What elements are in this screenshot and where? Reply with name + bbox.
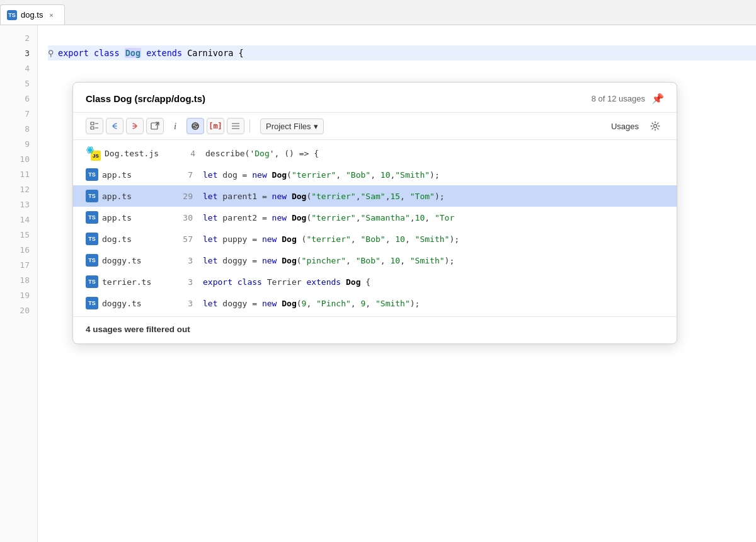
keyword-class: class [94,48,125,58]
popup-footer: 4 usages were filtered out [73,316,677,343]
ts-file-icon-2: TS [86,190,98,202]
scope-dropdown[interactable]: Project Files ▾ [260,118,324,134]
usages-count: 8 of 12 usages [592,94,645,103]
result-snippet-3: let parent2 = new Dog("terrier","Samanth… [203,213,454,222]
line-num-13: 13 [0,197,37,212]
line-num-17: 17 [0,257,37,272]
svg-rect-6 [151,123,158,129]
keyword-export: export [58,48,94,58]
ts-file-icon-6: TS [86,275,98,288]
result-row-0[interactable]: JS Dog.test.js 4 describe('Dog', () => { [73,142,677,164]
line-num-15: 15 [0,227,37,242]
result-filename-4: dog.ts [102,234,178,244]
line-num-10: 10 [0,151,37,166]
pin-icon[interactable]: 📌 [651,93,664,105]
open-in-editor-button[interactable] [146,118,164,134]
ball-icon [190,121,200,131]
svg-point-15 [89,149,91,151]
line-num-6: 6 [0,91,37,106]
result-snippet-7: let doggy = new Dog(9, "Pinch", 9, "Smit… [203,299,420,308]
chevron-down-icon: ▾ [314,122,318,131]
line-num-8: 8 [0,121,37,136]
line-num-4: 4 [0,61,37,76]
ts-icon: TS [7,10,17,20]
result-row-6[interactable]: TS terrier.ts 3 export class Terrier ext… [73,271,677,292]
result-snippet-5: let doggy = new Dog("pincher", "Bob", 10… [203,256,454,265]
tab-bar: TS dog.ts × [0,0,756,25]
result-row-1[interactable]: TS app.ts 7 let dog = new Dog("terrier",… [73,164,677,185]
line-num-16: 16 [0,242,37,257]
result-linenum-0: 4 [180,149,205,158]
line-num-18: 18 [0,272,37,287]
result-filename-5: doggy.ts [102,256,178,265]
keyword-extends: extends [141,48,187,58]
usages-label-button[interactable]: Usages [606,119,644,134]
expand-all-button[interactable] [86,118,103,134]
result-snippet-6: export class Terrier extends Dog { [203,277,370,287]
dog-ts-tab[interactable]: TS dog.ts × [0,4,65,25]
class-name-dog: Dog [125,48,141,58]
code-line-4 [48,61,756,76]
list-icon [231,122,240,130]
scope-dropdown-label: Project Files [266,122,311,131]
popup-results-list: JS Dog.test.js 4 describe('Dog', () => {… [73,140,677,316]
result-row-3[interactable]: TS app.ts 30 let parent2 = new Dog("terr… [73,207,677,228]
next-occurrence-button[interactable] [126,118,144,134]
result-linenum-6: 3 [178,277,203,287]
line-num-7: 7 [0,106,37,121]
breadcrumb-icon: ⚲ [48,49,54,58]
result-linenum-2: 29 [178,192,203,201]
prev-occurrence-button[interactable] [106,118,123,134]
find-usages-popup: Class Dog (src/app/dog.ts) 8 of 12 usage… [72,82,677,344]
ts-file-icon-1: TS [86,168,98,181]
result-linenum-1: 7 [178,170,203,180]
result-row-7[interactable]: TS doggy.ts 3 let doggy = new Dog(9, "Pi… [73,292,677,314]
gear-icon [650,121,660,131]
line-num-20: 20 [0,303,37,318]
result-snippet-0: describe('Dog', () => { [205,149,319,158]
popup-toolbar: i [m] Project Files ▾ [73,113,677,140]
next-icon [130,122,139,130]
svg-point-14 [654,125,657,128]
expand-icon [90,122,99,130]
line-num-19: 19 [0,287,37,303]
line-num-2: 2 [0,30,37,45]
result-snippet-4: let puppy = new Dog ("terrier", "Bob", 1… [203,234,459,244]
prev-icon [110,122,119,130]
result-row-5[interactable]: TS doggy.ts 3 let doggy = new Dog("pinch… [73,250,677,271]
class-carnivora: Carnivora { [187,48,243,58]
popup-header: Class Dog (src/app/dog.ts) 8 of 12 usage… [73,83,677,113]
ts-file-icon-4: TS [86,233,98,245]
tab-filename: dog.ts [21,10,43,20]
line-num-14: 14 [0,212,37,227]
line-num-12: 12 [0,182,37,197]
settings-gear-button[interactable] [646,118,664,134]
line-numbers: 2 3 4 5 6 7 8 9 10 11 12 13 14 15 16 17 … [0,25,38,542]
line-num-11: 11 [0,166,37,182]
ts-file-icon-5: TS [86,254,98,267]
result-filename-2: app.ts [102,192,178,201]
svg-rect-0 [91,122,94,125]
popup-class-name: Class Dog [86,93,135,104]
popup-title-area: Class Dog (src/app/dog.ts) [86,93,205,105]
react-icon [86,146,94,154]
info-button[interactable]: i [166,118,184,134]
result-row-2[interactable]: TS app.ts 29 let parent1 = new Dog("terr… [73,185,677,207]
toolbar-separator [249,120,250,132]
toggle-ball-button[interactable] [186,118,204,134]
filtered-usages-text: 4 usages were filtered out [86,325,190,334]
toggle-m-button[interactable]: [m] [207,118,224,134]
editor-icon [151,122,159,130]
result-linenum-7: 3 [178,299,203,308]
line-num-3: 3 [0,45,37,61]
line-num-5: 5 [0,76,37,91]
tab-close-button[interactable]: × [47,11,55,20]
result-linenum-5: 3 [178,256,203,265]
result-filename-7: doggy.ts [102,299,178,308]
result-filename-3: app.ts [102,213,178,222]
result-row-4[interactable]: TS dog.ts 57 let puppy = new Dog ("terri… [73,228,677,250]
result-filename-6: terrier.ts [102,277,178,287]
result-filename-0: Dog.test.js [105,149,180,158]
toggle-view-button[interactable] [227,118,244,134]
code-line-3: ⚲ export class Dog extends Carnivora { [48,45,756,61]
